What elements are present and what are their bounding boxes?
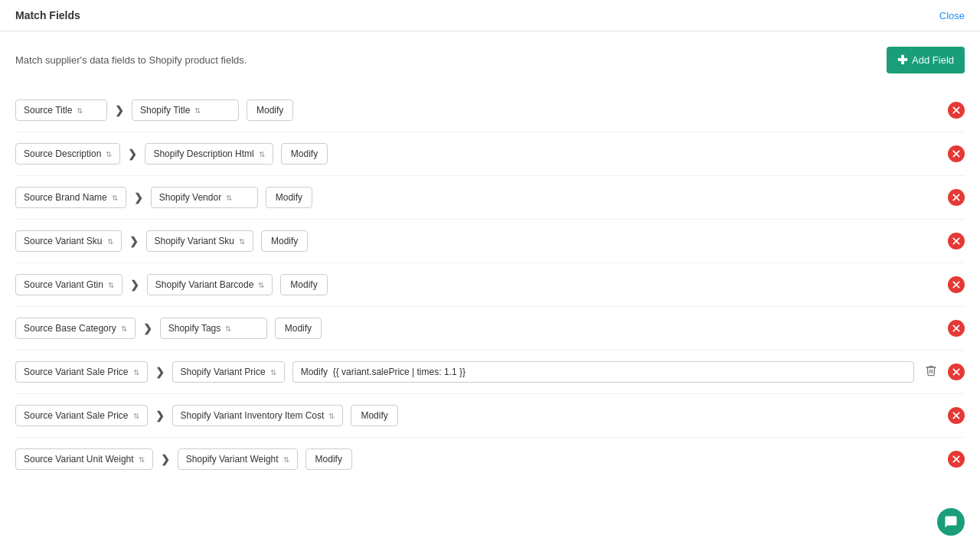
source-select-row-variant-unit-weight[interactable]: Source Variant Unit Weight⇅ <box>15 448 153 470</box>
description-text: Match supplier's data fields to Shopify … <box>15 54 247 66</box>
target-select-row-base-category[interactable]: Shopify Tags⇅ <box>160 318 267 339</box>
source-label: Source Variant Sale Price <box>24 410 129 421</box>
close-link[interactable]: Close <box>939 10 965 21</box>
source-label: Source Base Category <box>24 323 116 334</box>
modify-button-row-variant-gtin[interactable]: Modify <box>280 274 327 295</box>
target-select-row-variant-sale-price-2[interactable]: Shopify Variant Inventory Item Cost⇅ <box>172 405 344 426</box>
source-label: Source Variant Sku <box>24 236 103 246</box>
modify-button-row-title[interactable]: Modify <box>247 99 293 121</box>
remove-circle <box>948 233 965 249</box>
source-select-row-brand[interactable]: Source Brand Name⇅ <box>15 187 126 208</box>
sort-arrows-icon: ⇅ <box>328 412 335 420</box>
target-select-row-variant-sku[interactable]: Shopify Variant Sku⇅ <box>146 230 254 252</box>
sort-arrows-icon: ⇅ <box>112 194 118 202</box>
remove-circle <box>948 407 965 424</box>
target-select-row-title[interactable]: Shopify Title⇅ <box>132 99 239 121</box>
target-label: Shopify Variant Sku <box>155 236 235 246</box>
sort-arrows-icon: ⇅ <box>107 237 113 246</box>
source-select-row-variant-sale-price-1[interactable]: Source Variant Sale Price⇅ <box>15 361 148 383</box>
arrow-icon: ❯ <box>155 366 165 378</box>
modify-button-row-variant-unit-weight[interactable]: Modify <box>305 448 352 470</box>
remove-button-row-base-category[interactable] <box>948 320 965 337</box>
remove-button-row-variant-sku[interactable] <box>948 233 965 249</box>
sort-arrows-icon: ⇅ <box>259 150 265 158</box>
remove-button-row-description[interactable] <box>948 145 965 162</box>
trash-icon-button-row-variant-sale-price-1[interactable] <box>922 361 940 383</box>
remove-circle <box>948 102 965 119</box>
sort-arrows-icon: ⇅ <box>77 106 83 115</box>
arrow-icon: ❯ <box>128 148 137 160</box>
target-label: Shopify Description Html <box>153 148 253 159</box>
source-select-row-variant-sale-price-2[interactable]: Source Variant Sale Price⇅ <box>15 405 148 426</box>
remove-circle <box>948 189 965 206</box>
modify-button-row-brand[interactable]: Modify <box>266 187 312 208</box>
source-select-row-description[interactable]: Source Description⇅ <box>15 143 120 165</box>
sort-arrows-icon: ⇅ <box>283 455 289 464</box>
remove-circle <box>948 320 965 337</box>
add-field-button[interactable]: ✚ Add Field <box>887 47 965 73</box>
sort-arrows-icon: ⇅ <box>133 412 139 420</box>
remove-circle <box>948 276 965 293</box>
top-bar: Match supplier's data fields to Shopify … <box>15 47 965 73</box>
field-row-row-title: Source Title⇅❯Shopify Title⇅Modify <box>15 89 965 132</box>
remove-button-row-variant-sale-price-1[interactable] <box>948 364 965 380</box>
source-select-row-variant-sku[interactable]: Source Variant Sku⇅ <box>15 230 122 252</box>
remove-button-row-title[interactable] <box>948 102 965 119</box>
field-row-row-base-category: Source Base Category⇅❯Shopify Tags⇅Modif… <box>15 307 965 350</box>
target-select-row-description[interactable]: Shopify Description Html⇅ <box>145 143 273 165</box>
modify-button-row-base-category[interactable]: Modify <box>275 318 322 339</box>
plus-icon: ✚ <box>897 53 907 67</box>
field-rows-container: Source Title⇅❯Shopify Title⇅ModifySource… <box>15 89 965 481</box>
field-row-row-variant-unit-weight: Source Variant Unit Weight⇅❯Shopify Vari… <box>15 438 965 481</box>
source-label: Source Title <box>24 105 72 116</box>
arrow-icon: ❯ <box>143 322 152 334</box>
remove-button-row-variant-unit-weight[interactable] <box>948 451 965 468</box>
sort-arrows-icon: ⇅ <box>139 455 145 464</box>
target-select-row-variant-sale-price-1[interactable]: Shopify Variant Price⇅ <box>172 361 285 383</box>
source-label: Source Variant Unit Weight <box>24 454 134 465</box>
source-select-row-variant-gtin[interactable]: Source Variant Gtin⇅ <box>15 274 122 295</box>
source-label: Source Description <box>24 148 101 159</box>
target-label: Shopify Title <box>140 105 190 116</box>
sort-arrows-icon: ⇅ <box>133 368 139 377</box>
target-label: Shopify Vendor <box>159 192 221 203</box>
field-row-row-brand: Source Brand Name⇅❯Shopify Vendor⇅Modify <box>15 176 965 220</box>
sort-arrows-icon: ⇅ <box>270 368 276 377</box>
modify-button-row-variant-sale-price-2[interactable]: Modify <box>351 405 397 426</box>
sort-arrows-icon: ⇅ <box>239 237 245 246</box>
target-label: Shopify Tags <box>168 323 221 334</box>
field-row-row-variant-sale-price-2: Source Variant Sale Price⇅❯Shopify Varia… <box>15 394 965 438</box>
arrow-icon: ❯ <box>161 453 170 465</box>
source-label: Source Variant Sale Price <box>24 367 129 377</box>
modify-button-row-description[interactable]: Modify <box>281 143 328 165</box>
sort-arrows-icon: ⇅ <box>258 281 264 289</box>
target-select-row-variant-gtin[interactable]: Shopify Variant Barcode⇅ <box>147 274 273 295</box>
target-label: Shopify Variant Price <box>181 367 266 377</box>
remove-button-row-variant-gtin[interactable] <box>948 276 965 293</box>
remove-button-row-variant-sale-price-2[interactable] <box>948 407 965 424</box>
page-content: Match supplier's data fields to Shopify … <box>0 31 980 496</box>
field-row-row-variant-gtin: Source Variant Gtin⇅❯Shopify Variant Bar… <box>15 263 965 307</box>
arrow-icon: ❯ <box>129 235 139 247</box>
source-select-row-base-category[interactable]: Source Base Category⇅ <box>15 318 136 339</box>
target-label: Shopify Variant Weight <box>186 454 279 465</box>
source-label: Source Variant Gtin <box>24 279 103 290</box>
field-row-row-variant-sale-price-1: Source Variant Sale Price⇅❯Shopify Varia… <box>15 350 965 394</box>
modify-button-row-variant-sku[interactable]: Modify <box>261 230 308 252</box>
sort-arrows-icon: ⇅ <box>226 194 232 202</box>
page-header: Match Fields Close <box>0 0 980 31</box>
sort-arrows-icon: ⇅ <box>108 281 114 289</box>
target-select-row-variant-unit-weight[interactable]: Shopify Variant Weight⇅ <box>178 448 298 470</box>
field-row-row-description: Source Description⇅❯Shopify Description … <box>15 132 965 176</box>
sort-arrows-icon: ⇅ <box>121 324 127 333</box>
sort-arrows-icon: ⇅ <box>106 150 112 158</box>
source-select-row-title[interactable]: Source Title⇅ <box>15 99 107 121</box>
field-row-row-variant-sku: Source Variant Sku⇅❯Shopify Variant Sku⇅… <box>15 220 965 263</box>
modify-text-input-row-variant-sale-price-1[interactable] <box>292 361 914 383</box>
arrow-icon: ❯ <box>130 279 139 291</box>
page-title: Match Fields <box>15 9 80 21</box>
source-label: Source Brand Name <box>24 192 107 203</box>
target-label: Shopify Variant Barcode <box>155 279 254 290</box>
target-select-row-brand[interactable]: Shopify Vendor⇅ <box>151 187 258 208</box>
remove-button-row-brand[interactable] <box>948 189 965 206</box>
